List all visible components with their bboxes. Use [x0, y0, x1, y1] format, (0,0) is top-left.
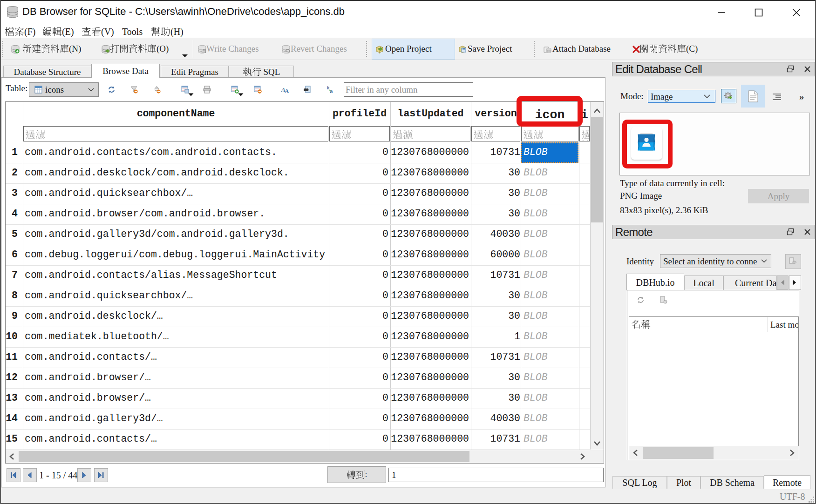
svg-text:b: b — [327, 86, 329, 90]
svg-text:A: A — [285, 87, 289, 94]
